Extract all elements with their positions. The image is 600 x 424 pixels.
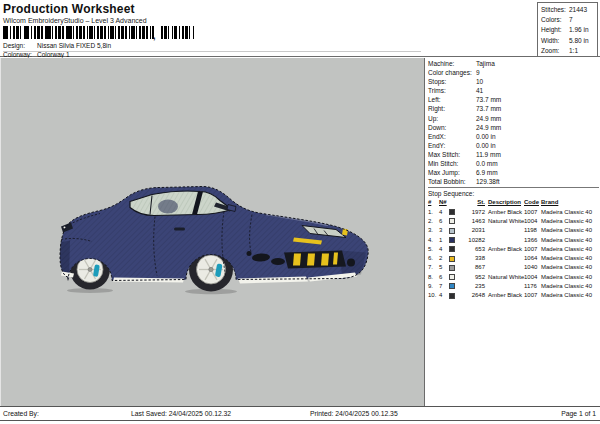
thread-brand: Madeira Classic 40 (541, 291, 599, 300)
rear-bumper-shade (60, 241, 70, 277)
machine-label: Max Stitch: (428, 150, 476, 159)
thread-color-swatch (449, 283, 455, 289)
col-header-needle: N# (439, 198, 449, 207)
summary-row: Width:5.80 in (541, 36, 597, 46)
thread-swatch-cell (449, 291, 460, 300)
machine-value: 73.7 mm (476, 95, 501, 104)
machine-info-row: Left:73.7 mm (428, 95, 599, 104)
machine-value: 9 (476, 68, 480, 77)
thread-brand: Madeira Classic 40 (541, 226, 599, 235)
thread-brand: Madeira Classic 40 (541, 245, 599, 254)
machine-panel: Machine:Tajima Color changes:9 Stops:10 … (426, 58, 600, 406)
thread-code: 1007 (524, 245, 541, 254)
machine-value: 6.9 mm (476, 168, 498, 177)
thread-code: 1004 (524, 217, 541, 226)
production-worksheet-page: Production Worksheet Wilcom EmbroiderySt… (0, 0, 600, 424)
stop-sequence-row: 7.58671040Madeira Classic 40 (428, 263, 599, 272)
stop-sequence-row: 10.42648Amber Black1007Madeira Classic 4… (428, 291, 599, 300)
thread-color-swatch (449, 256, 455, 262)
thread-swatch-cell (449, 273, 460, 282)
page-title: Production Worksheet (3, 2, 135, 16)
stop-sequence-row: 6.23381064Madeira Classic 40 (428, 254, 599, 263)
thread-swatch-cell (449, 208, 460, 217)
thread-code: 1198 (524, 226, 541, 235)
machine-label: Right: (428, 104, 476, 113)
zoom-value: 1:1 (569, 46, 578, 56)
thread-description: Natural White (488, 273, 524, 282)
machine-value: 0.00 in (476, 141, 496, 150)
stop-sequence-row: 8.6952Natural White1004Madeira Classic 4… (428, 273, 599, 282)
machine-info-row: Total Bobbin:129.38ft (428, 177, 599, 186)
row-num: 3. (428, 226, 439, 235)
col-header-stitches: St. (460, 198, 485, 207)
machine-label: Left: (428, 95, 476, 104)
stitch-count: 338 (460, 254, 485, 263)
machine-value: 11.9 mm (476, 150, 501, 159)
thread-swatch-cell (449, 282, 460, 291)
needle-num: 2 (439, 254, 449, 263)
fog-light (347, 259, 355, 267)
machine-value: 73.7 mm (476, 104, 501, 113)
row-num: 10. (428, 291, 439, 300)
stitch-count: 2031 (460, 226, 485, 235)
interior-shadow (158, 200, 178, 214)
thread-description: Amber Black (488, 245, 524, 254)
bumper-intake (271, 258, 285, 265)
grille-slat (321, 254, 329, 266)
machine-info-row: EndY:0.00 in (428, 141, 599, 150)
design-value: Nissan Silvia FIXED 5,8in (37, 42, 111, 50)
stitch-count: 235 (460, 282, 485, 291)
footer: Created By: Last Saved: 24/04/2025 00.12… (0, 406, 600, 421)
machine-label: EndY: (428, 141, 476, 150)
stop-sequence-row: 1.41972Amber Black1007Madeira Classic 40 (428, 208, 599, 217)
thread-color-swatch (449, 246, 455, 252)
stop-sequence-header-row: # N# St. Description Code Brand (428, 198, 599, 207)
row-num: 1. (428, 208, 439, 217)
grille-slat (293, 254, 301, 266)
row-num: 8. (428, 273, 439, 282)
thread-code: 1007 (524, 208, 541, 217)
stitch-count: 10282 (460, 236, 485, 245)
stitch-count: 2648 (460, 291, 485, 300)
machine-label: Up: (428, 114, 476, 123)
thread-code: 1064 (524, 254, 541, 263)
machine-label: EndX: (428, 132, 476, 141)
machine-label: Min Stitch: (428, 159, 476, 168)
thread-color-swatch (449, 274, 455, 280)
thread-brand: Madeira Classic 40 (541, 263, 599, 272)
stitches-label: Stitches: (541, 5, 569, 15)
design-label: Design: (3, 42, 37, 50)
stop-sequence-row: 4.1102821366Madeira Classic 40 (428, 236, 599, 245)
stop-sequence-section: Stop Sequence: # N# St. Description Code… (428, 187, 599, 300)
thread-code: 1040 (524, 263, 541, 272)
stop-sequence-row: 5.4653Amber Black1007Madeira Classic 40 (428, 245, 599, 254)
thread-brand: Madeira Classic 40 (541, 282, 599, 291)
grille-slat (307, 254, 315, 266)
machine-value: 24.9 mm (476, 114, 501, 123)
design-preview-area (0, 58, 425, 406)
needle-num: 6 (439, 273, 449, 282)
machine-info-row: EndX:0.00 in (428, 132, 599, 141)
thread-color-swatch (449, 209, 455, 215)
stop-sequence-title: Stop Sequence: (428, 189, 599, 198)
stitch-count: 1463 (460, 217, 485, 226)
machine-value: 129.38ft (476, 177, 500, 186)
summary-row: Zoom:1:1 (541, 46, 597, 56)
machine-label: Trims: (428, 86, 476, 95)
stitch-count: 653 (460, 245, 485, 254)
thread-code: 1366 (524, 236, 541, 245)
machine-label: Color changes: (428, 68, 476, 77)
barcode-segment-2 (161, 26, 195, 39)
summary-row: Colors:7 (541, 15, 597, 25)
height-label: Height: (541, 25, 569, 35)
machine-info-row: Max Jump:6.9 mm (428, 168, 599, 177)
thread-swatch-cell (449, 263, 460, 272)
machine-info-row: Up:24.9 mm (428, 114, 599, 123)
thread-brand: Madeira Classic 40 (541, 236, 599, 245)
machine-value: 0.0 mm (476, 159, 498, 168)
row-num: 4. (428, 236, 439, 245)
needle-num: 4 (439, 245, 449, 254)
barcode (3, 26, 154, 39)
nose-marker (342, 229, 348, 236)
thread-brand: Madeira Classic 40 (541, 254, 599, 263)
